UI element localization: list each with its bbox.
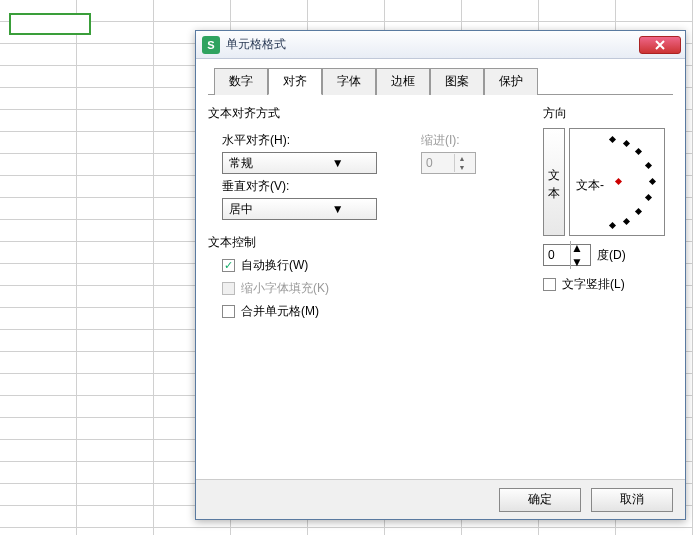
tab-alignment[interactable]: 对齐 bbox=[268, 68, 322, 95]
checkbox-icon bbox=[543, 278, 556, 291]
horizontal-align-value: 常规 bbox=[229, 155, 302, 172]
indent-input bbox=[422, 156, 454, 170]
checkbox-icon bbox=[222, 305, 235, 318]
wrap-text-label: 自动换行(W) bbox=[241, 257, 308, 274]
degree-label: 度(D) bbox=[597, 247, 626, 264]
tab-protect[interactable]: 保护 bbox=[484, 68, 538, 95]
vertical-text-label: 文字竖排(L) bbox=[562, 276, 625, 293]
close-button[interactable] bbox=[639, 36, 681, 54]
vertical-align-value: 居中 bbox=[229, 201, 302, 218]
tab-font[interactable]: 字体 bbox=[322, 68, 376, 95]
vertical-text-button[interactable]: 文 本 bbox=[543, 128, 565, 236]
titlebar[interactable]: S 单元格格式 bbox=[196, 31, 685, 59]
dialog-title: 单元格格式 bbox=[226, 36, 639, 53]
selected-cell[interactable] bbox=[9, 13, 91, 35]
degree-up-icon[interactable]: ▲ bbox=[571, 241, 585, 255]
indent-up-icon: ▲ bbox=[455, 154, 469, 163]
close-icon bbox=[654, 40, 666, 50]
horizontal-align-label: 水平对齐(H): bbox=[222, 132, 377, 149]
horizontal-align-combo[interactable]: 常规 ▼ bbox=[222, 152, 377, 174]
degree-spinner[interactable]: ▲ ▼ bbox=[543, 244, 591, 266]
merge-cells-label: 合并单元格(M) bbox=[241, 303, 319, 320]
format-cells-dialog: S 单元格格式 数字 对齐 字体 边框 图案 保护 文本对齐方式 水平对齐(H)… bbox=[195, 30, 686, 520]
indent-spinner: ▲ ▼ bbox=[421, 152, 476, 174]
vertical-align-label: 垂直对齐(V): bbox=[222, 178, 525, 195]
shrink-fit-checkbox: 缩小字体填充(K) bbox=[222, 280, 525, 297]
tab-border[interactable]: 边框 bbox=[376, 68, 430, 95]
vertical-text-checkbox[interactable]: 文字竖排(L) bbox=[543, 276, 673, 293]
tab-pattern[interactable]: 图案 bbox=[430, 68, 484, 95]
checkbox-icon bbox=[222, 259, 235, 272]
indent-label: 缩进(I): bbox=[421, 132, 476, 149]
dialog-footer: 确定 取消 bbox=[196, 479, 685, 519]
vertical-align-combo[interactable]: 居中 ▼ bbox=[222, 198, 377, 220]
chevron-down-icon: ▼ bbox=[302, 155, 375, 171]
rotation-handle-icon bbox=[615, 178, 622, 185]
cancel-button[interactable]: 取消 bbox=[591, 488, 673, 512]
dialog-body: 数字 对齐 字体 边框 图案 保护 文本对齐方式 水平对齐(H): 常规 ▼ bbox=[196, 59, 685, 479]
tab-number[interactable]: 数字 bbox=[214, 68, 268, 95]
ok-button[interactable]: 确定 bbox=[499, 488, 581, 512]
tab-bar: 数字 对齐 字体 边框 图案 保护 bbox=[208, 67, 673, 95]
app-icon: S bbox=[202, 36, 220, 54]
checkbox-icon bbox=[222, 282, 235, 295]
degree-down-icon[interactable]: ▼ bbox=[571, 255, 585, 269]
chevron-down-icon: ▼ bbox=[302, 201, 375, 217]
wrap-text-checkbox[interactable]: 自动换行(W) bbox=[222, 257, 525, 274]
text-align-group-label: 文本对齐方式 bbox=[208, 105, 525, 122]
merge-cells-checkbox[interactable]: 合并单元格(M) bbox=[222, 303, 525, 320]
indent-down-icon: ▼ bbox=[455, 163, 469, 172]
rotation-arc[interactable]: 文本- bbox=[569, 128, 665, 236]
shrink-fit-label: 缩小字体填充(K) bbox=[241, 280, 329, 297]
direction-group-label: 方向 bbox=[543, 105, 673, 122]
degree-input[interactable] bbox=[544, 248, 570, 262]
arc-text-label: 文本- bbox=[576, 177, 604, 194]
text-control-group-label: 文本控制 bbox=[208, 234, 525, 251]
